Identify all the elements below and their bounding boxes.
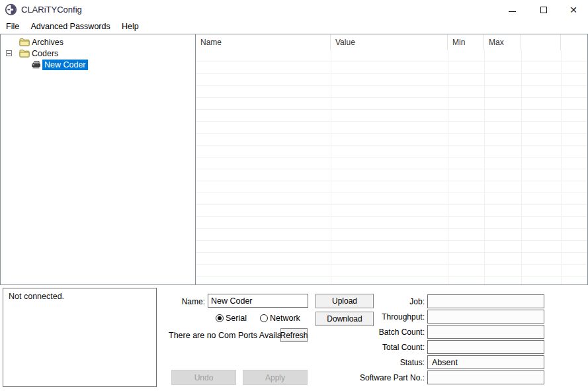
serial-radio[interactable]: Serial [216, 314, 247, 323]
column-header-name[interactable]: Name [196, 34, 331, 50]
coder-printer-icon [31, 60, 41, 69]
clarity-logo-icon [5, 3, 17, 16]
title-bar: CLARiTYConfig ✕ [0, 0, 588, 19]
tree-item-coders[interactable]: Coders [19, 48, 58, 59]
table-gridline [448, 50, 448, 284]
batch-count-field [427, 325, 544, 339]
column-header-blank-1[interactable] [521, 34, 561, 50]
throughput-label: Throughput: [324, 312, 425, 322]
table-gridline [561, 50, 562, 284]
folder-icon [19, 49, 30, 58]
parameters-table-panel: Name Value Min Max [196, 34, 588, 285]
network-radio[interactable]: Network [260, 314, 300, 323]
total-count-field [427, 340, 544, 354]
tree-item-label-selected: New Coder [42, 60, 88, 70]
table-gridline [484, 50, 485, 284]
refresh-button[interactable]: Refresh [280, 328, 308, 342]
minimize-icon [509, 11, 516, 12]
tree-item-label: Coders [32, 49, 58, 58]
software-part-no-label: Software Part No.: [324, 373, 425, 382]
table-gridline [521, 50, 522, 284]
tree-item-archives[interactable]: Archives [19, 36, 63, 48]
apply-button[interactable]: Apply [243, 370, 308, 385]
menu-help[interactable]: Help [117, 19, 144, 34]
close-icon: ✕ [569, 5, 577, 15]
maximize-icon [540, 7, 547, 13]
status-label: Status: [324, 358, 425, 367]
connection-status-box: Not connected. [3, 288, 157, 387]
undo-button[interactable]: Undo [171, 370, 236, 385]
menu-file[interactable]: File [1, 19, 24, 34]
serial-radio-label: Serial [226, 314, 247, 323]
minus-icon [7, 53, 11, 54]
column-header-min[interactable]: Min [448, 34, 484, 50]
table-gridline [331, 50, 331, 284]
network-radio-label: Network [270, 314, 300, 323]
total-count-label: Total Count: [324, 343, 425, 352]
tree-item-new-coder[interactable]: New Coder [31, 59, 88, 70]
com-ports-message: There are no Com Ports Available [169, 331, 292, 340]
software-part-no-field [427, 370, 544, 384]
menu-bar: File Advanced Passwords Help [0, 19, 588, 34]
refresh-button-label: Refresh [280, 331, 308, 340]
maximize-button[interactable] [533, 0, 554, 19]
apply-button-label: Apply [265, 373, 285, 382]
column-header-max[interactable]: Max [484, 34, 521, 50]
status-field: Absent [427, 355, 544, 369]
column-header-value[interactable]: Value [331, 34, 448, 50]
collapse-expander[interactable] [6, 50, 12, 56]
batch-count-label: Batch Count: [324, 327, 425, 337]
job-label: Job: [324, 297, 425, 306]
menu-advanced-passwords[interactable]: Advanced Passwords [26, 19, 115, 34]
job-field [427, 294, 544, 308]
minimize-button[interactable] [501, 0, 523, 19]
window-title: CLARiTYConfig [21, 5, 82, 15]
folder-icon [19, 38, 30, 46]
radio-unselected-icon [260, 314, 268, 322]
table-body [196, 50, 587, 284]
tree-item-label: Archives [32, 38, 63, 47]
connection-status-text: Not connected. [9, 292, 64, 301]
undo-button-label: Undo [194, 373, 214, 382]
coder-name-input[interactable] [208, 294, 308, 308]
throughput-field [427, 310, 544, 324]
column-header-blank-2[interactable] [561, 34, 587, 50]
table-header-row: Name Value Min Max [196, 34, 587, 50]
clarityconfig-window: CLARiTYConfig ✕ File Advanced Passwords … [0, 0, 588, 391]
name-label: Name: [159, 297, 205, 306]
radio-selected-icon [216, 314, 224, 322]
close-button[interactable]: ✕ [563, 0, 584, 19]
tree-panel: Archives Coders New Coder [0, 34, 196, 285]
